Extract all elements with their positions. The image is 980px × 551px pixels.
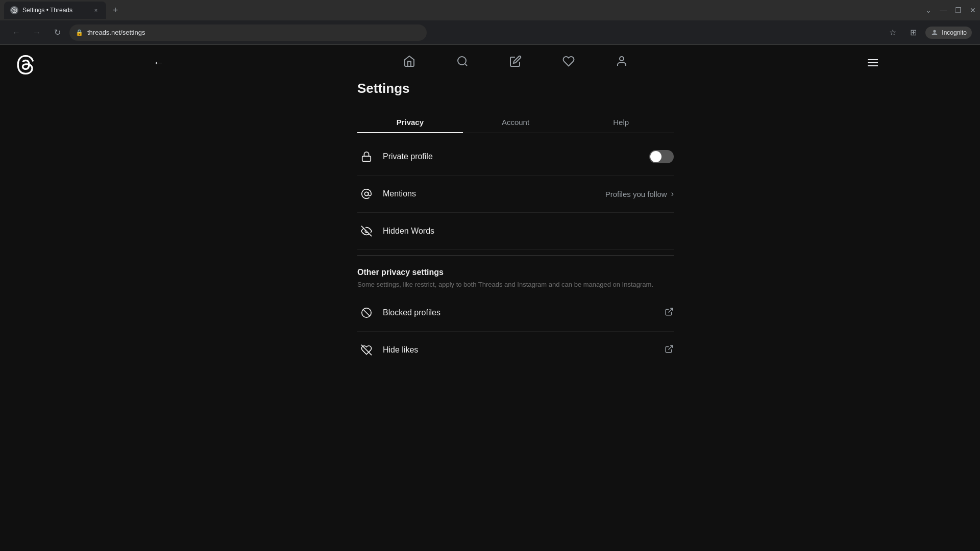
likes-nav-button[interactable] [562,55,575,70]
private-profile-item[interactable]: Private profile [357,138,674,176]
hamburger-line-2 [868,62,878,63]
hidden-words-icon [357,222,376,240]
tab-favicon [10,6,18,14]
search-nav-button[interactable] [456,55,469,70]
close-button[interactable]: ✕ [970,6,976,14]
other-privacy-description: Some settings, like restrict, apply to b… [357,280,674,289]
blocked-profiles-item[interactable]: Blocked profiles [357,294,674,332]
tab-help[interactable]: Help [568,112,674,133]
at-sign-icon [357,185,376,203]
restore-button[interactable]: ❐ [955,6,962,14]
minimize-button[interactable]: — [940,6,947,14]
blocked-profiles-external-icon [665,307,674,318]
back-arrow-icon: ← [153,56,164,69]
home-nav-button[interactable] [403,55,415,70]
hide-likes-icon [357,341,376,359]
nav-bar: ← → ↻ 🔒 threads.net/settings ☆ ⊞ Incogni… [0,20,980,45]
sidebar-left [0,45,51,551]
address-url-text[interactable]: threads.net/settings [87,29,421,36]
hidden-words-label: Hidden Words [383,227,674,236]
bookmark-button[interactable]: ☆ [885,24,901,41]
refresh-button[interactable]: ↻ [49,24,65,41]
private-profile-toggle[interactable] [649,150,674,163]
settings-panel: Settings Privacy Account Help [347,81,684,368]
hidden-words-item[interactable]: Hidden Words [357,213,674,250]
other-privacy-section: Other privacy settings Some settings, li… [357,261,674,368]
mentions-value: Profiles you follow [605,190,667,198]
svg-rect-5 [362,156,371,161]
back-nav-button[interactable]: ← [8,24,24,41]
browser-chrome: Settings • Threads × + ⌄ — ❐ ✕ ← → ↻ 🔒 t… [0,0,980,45]
incognito-button[interactable]: Incognito [925,27,972,39]
tab-list-dropdown[interactable]: ⌄ [925,6,932,14]
svg-point-6 [364,192,368,195]
threads-logo[interactable] [16,55,35,79]
lock-icon [357,147,376,166]
extensions-button[interactable]: ⊞ [905,24,921,41]
forward-nav-button[interactable]: → [29,24,45,41]
hamburger-menu-button[interactable] [868,59,878,66]
svg-line-9 [363,310,370,316]
svg-point-4 [620,57,624,61]
settings-tabs: Privacy Account Help [357,112,674,133]
hide-likes-external-icon [665,344,674,356]
tab-privacy[interactable]: Privacy [357,112,463,133]
tab-bar: Settings • Threads × + ⌄ — ❐ ✕ [0,0,980,20]
incognito-icon [930,29,939,37]
compose-nav-button[interactable] [509,55,522,70]
other-privacy-title: Other privacy settings [357,268,674,277]
tab-close-button[interactable]: × [92,6,100,14]
private-profile-label: Private profile [383,152,649,161]
new-tab-button[interactable]: + [108,3,122,17]
svg-line-12 [669,345,673,349]
blocked-profiles-label: Blocked profiles [383,308,665,317]
window-controls: ⌄ — ❐ ✕ [925,6,976,14]
hamburger-line-1 [868,59,878,60]
active-tab[interactable]: Settings • Threads × [4,2,106,19]
svg-point-1 [14,10,15,11]
hide-likes-item[interactable]: Hide likes [357,332,674,368]
back-button[interactable]: ← [153,56,164,69]
svg-line-3 [465,64,467,66]
security-lock-icon: 🔒 [76,29,83,36]
svg-point-2 [458,57,466,65]
mentions-item[interactable]: Mentions Profiles you follow › [357,176,674,213]
mentions-label: Mentions [383,189,605,198]
settings-title: Settings [357,81,674,96]
mentions-chevron-icon: › [671,189,674,198]
incognito-label: Incognito [942,29,967,36]
toggle-knob [650,151,662,162]
section-divider [357,255,674,256]
hamburger-line-3 [868,65,878,66]
nav-actions: ☆ ⊞ Incognito [885,24,972,41]
address-bar[interactable]: 🔒 threads.net/settings [69,24,427,41]
svg-line-10 [669,308,673,312]
profile-nav-button[interactable] [616,55,628,70]
main-content: ← [51,45,980,551]
tab-title: Settings • Threads [22,7,88,14]
tab-account[interactable]: Account [463,112,569,133]
blocked-icon [357,304,376,322]
top-nav: ← [51,45,980,81]
page-body: ← [0,45,980,551]
hide-likes-label: Hide likes [383,345,665,355]
